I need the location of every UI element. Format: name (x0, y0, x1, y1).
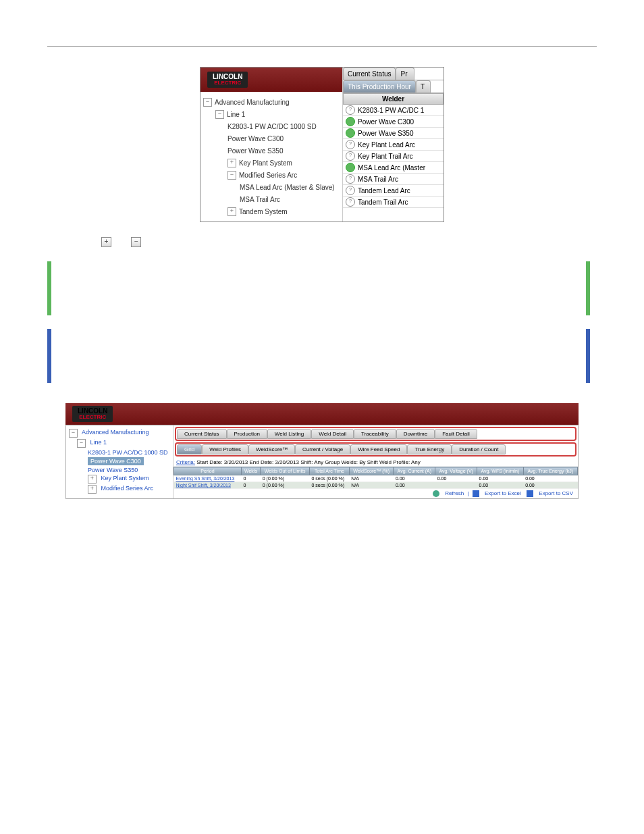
status-ok-icon (346, 163, 355, 172)
collapse-icon[interactable]: − (203, 98, 212, 107)
refresh-link[interactable]: Refresh (445, 490, 464, 496)
tab-production[interactable]: Pr (396, 68, 414, 80)
blue-bar (47, 329, 51, 383)
header-bar: LINCOLN ELECTRIC (200, 68, 342, 92)
tab-weld-profiles[interactable]: Weld Profiles (202, 444, 248, 454)
status-unknown-icon: ? (346, 105, 355, 115)
tab-traceability[interactable]: Traceability (354, 429, 396, 439)
col-out-limits[interactable]: Welds Out of Limits (261, 467, 310, 475)
green-bar (47, 261, 51, 315)
col-voltage[interactable]: Avg. Voltage (V) (435, 467, 477, 475)
welder-row[interactable]: MSA Lead Arc (Master (343, 162, 444, 174)
col-wfs[interactable]: Avg. WFS (in/min) (477, 467, 524, 475)
collapse-icon[interactable]: − (77, 439, 86, 448)
tip-callout (47, 261, 597, 315)
col-welds[interactable]: Welds (241, 467, 260, 475)
tree-label[interactable]: Advanced Manufacturing (215, 99, 290, 106)
asset-tree-2[interactable]: − Advanced Manufacturing − Line 1 K2803-… (66, 425, 173, 498)
asset-tree[interactable]: −Advanced Manufacturing −Line 1 K2803-1 … (200, 92, 342, 221)
production-grid: Period Welds Welds Out of Limits Total A… (173, 467, 578, 489)
tree-label[interactable]: Key Plant System (239, 159, 292, 167)
tab-wfs[interactable]: Wire Feed Speed (350, 444, 407, 454)
grid-footer: Refresh | Export to Excel Export to CSV (173, 489, 578, 498)
col-energy[interactable]: Avg. True Energy (kJ) (523, 467, 577, 475)
tab-current-status[interactable]: Current Status (177, 429, 227, 439)
tree-label[interactable]: Line 1 (227, 111, 245, 118)
tree-label[interactable]: Tandem System (239, 208, 288, 215)
export-csv-link[interactable]: Export to CSV (539, 490, 573, 496)
collapse-icon[interactable]: − (215, 110, 224, 119)
export-excel-link[interactable]: Export to Excel (485, 490, 521, 496)
collapse-icon[interactable]: − (227, 171, 236, 180)
tree-label[interactable]: K2803-1 PW AC/DC 1000 SD (227, 123, 317, 130)
sub-tabs-row: Grid Weld Profiles WeldScore™ Current / … (175, 442, 576, 457)
tab-duration-count[interactable]: Duration / Count (452, 444, 506, 454)
welder-row[interactable]: ?Key Plant Lead Arc (343, 139, 444, 151)
tab-grid[interactable]: Grid (177, 444, 202, 454)
tree-label[interactable]: Power Wave S350 (227, 147, 283, 155)
blue-bar (586, 329, 590, 383)
tab-downtime[interactable]: Downtime (396, 429, 435, 439)
excel-icon (473, 490, 479, 497)
tab-weld-detail[interactable]: Weld Detail (311, 429, 354, 439)
tree-label[interactable]: Power Wave C300 (227, 135, 284, 142)
welder-row[interactable]: ?K2803-1 PW AC/DC 1 (343, 105, 444, 116)
asset-tree-panel: LINCOLN ELECTRIC −Advanced Manufacturing… (200, 67, 444, 222)
status-ok-icon (346, 128, 355, 138)
data-row[interactable]: Night Shif Shift, 3/20/2013 0 0 (0.00 %)… (174, 482, 578, 489)
col-period[interactable]: Period (174, 467, 242, 475)
main-tabs-row: Current Status Production Weld Listing W… (175, 427, 576, 441)
collapse-button[interactable]: − (131, 237, 141, 247)
tree-label[interactable]: MSA Lead Arc (Master & Slave) (240, 184, 335, 191)
tree-label[interactable]: Modified Series Arc (239, 172, 297, 179)
lincoln-logo: LINCOLN ELECTRIC (207, 72, 248, 88)
status-unknown-icon: ? (346, 197, 355, 207)
tab-next[interactable]: T (416, 80, 431, 93)
welder-row[interactable]: ?Tandem Trail Arc (343, 197, 444, 208)
tab-current-voltage[interactable]: Current / Voltage (295, 444, 350, 454)
criteria-row: Criteria: Start Date: 3/20/2013 End Date… (173, 458, 578, 467)
tab-weldscore[interactable]: WeldScore™ (248, 444, 295, 454)
status-unknown-icon: ? (346, 174, 355, 184)
tab-current-status[interactable]: Current Status (343, 68, 396, 80)
welder-row[interactable]: ?Tandem Lead Arc (343, 185, 444, 197)
production-panel: LINCOLN ELECTRIC − Advanced Manufacturin… (65, 403, 579, 499)
expand-icon[interactable]: + (88, 485, 97, 494)
welder-row[interactable]: Power Wave S350 (343, 128, 444, 139)
welder-column-header: Welder (343, 93, 444, 105)
expand-button[interactable]: + (101, 237, 111, 247)
selected-node[interactable]: Power Wave C300 (88, 457, 144, 465)
welder-row[interactable]: ?MSA Trail Arc (343, 174, 444, 185)
tab-fault-detail[interactable]: Fault Detail (435, 429, 477, 439)
welder-row[interactable]: ?Key Plant Trail Arc (343, 151, 444, 162)
expand-icon[interactable]: + (227, 207, 236, 216)
col-weldscore[interactable]: WeldScore™ (%) (349, 467, 394, 475)
tree-label[interactable]: MSA Trail Arc (240, 196, 280, 203)
status-unknown-icon: ? (346, 151, 355, 161)
criteria-link[interactable]: Criteria: (176, 459, 195, 465)
status-ok-icon (346, 117, 355, 126)
tab-production[interactable]: Production (227, 429, 267, 439)
data-row[interactable]: Evening Sh Shift, 3/20/2013 0 0 (0.00 %)… (174, 475, 578, 482)
refresh-icon (433, 490, 439, 497)
expand-icon[interactable]: + (88, 475, 97, 484)
header-bar-2: LINCOLN ELECTRIC (65, 403, 579, 425)
tab-this-hour[interactable]: This Production Hour (343, 80, 416, 93)
note-callout (47, 329, 597, 383)
col-arc-time[interactable]: Total Arc Time (309, 467, 349, 475)
lincoln-logo: LINCOLN ELECTRIC (72, 406, 113, 422)
welder-list: ?K2803-1 PW AC/DC 1 Power Wave C300 Powe… (343, 105, 444, 208)
tab-weld-listing[interactable]: Weld Listing (267, 429, 311, 439)
tab-true-energy[interactable]: True Energy (407, 444, 452, 454)
welder-row[interactable]: Power Wave C300 (343, 116, 444, 128)
expand-icon[interactable]: + (227, 159, 236, 167)
collapse-icon[interactable]: − (69, 429, 78, 438)
status-unknown-icon: ? (346, 140, 355, 149)
csv-icon (527, 490, 533, 497)
status-unknown-icon: ? (346, 186, 355, 195)
col-current[interactable]: Avg. Current (A) (394, 467, 435, 475)
green-bar (586, 261, 590, 315)
